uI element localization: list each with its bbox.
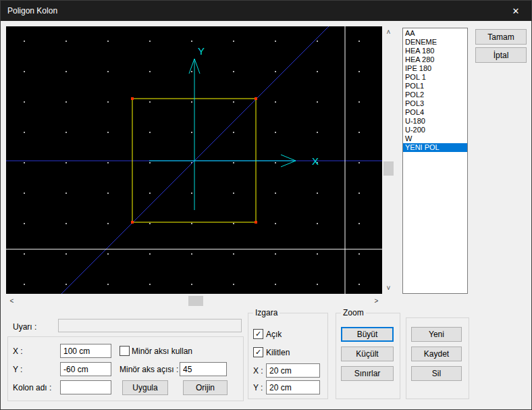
grid-open-checkbox[interactable] [253,329,263,339]
minor-axis-label: Minör aksı kullan [132,347,192,356]
minor-angle-label: Minör aks açısı : [119,365,178,374]
list-item[interactable]: YENI POL [403,143,467,152]
scroll-right-icon[interactable]: > [371,295,382,307]
apply-button[interactable]: Uygula [122,380,168,395]
x-axis-label: X [312,155,319,167]
y-label: Y : [13,365,22,374]
list-item[interactable]: W [403,134,467,143]
scroll-down-icon[interactable]: ˅ [383,282,394,294]
list-item[interactable]: POL3 [403,99,467,108]
cancel-button[interactable]: İptal [475,47,527,63]
close-icon: ✕ [512,6,520,16]
titlebar: Poligon Kolon ✕ [1,1,531,21]
vertical-scrollbar[interactable]: ˄ ˅ [383,26,394,294]
canvas-svg: Y X [6,26,382,294]
list-item[interactable]: HEA 180 [403,47,467,55]
section-listbox[interactable]: AADENEMEHEA 180HEA 280IPE 180POL 1POL1PO… [402,28,468,294]
minor-angle-input[interactable] [180,362,227,376]
list-item[interactable]: POL4 [403,108,467,117]
list-item[interactable]: POL2 [403,91,467,99]
grid-y-input[interactable] [266,380,320,394]
list-item[interactable]: POL 1 [403,73,467,82]
column-name-label: Kolon adı : [13,383,51,392]
grid-open-label: Açık [266,330,282,339]
polygon-column-dialog: Poligon Kolon ✕ [0,0,532,410]
list-item[interactable]: DENEME [403,38,467,47]
column-name-input[interactable] [60,380,111,394]
y-axis-label: Y [198,45,205,57]
zoom-extents-button[interactable]: Sınırlar [341,366,394,381]
new-button[interactable]: Yeni [411,327,462,342]
list-item[interactable]: AA [403,29,467,38]
grid-x-input[interactable] [266,363,320,378]
y-input[interactable] [60,362,111,376]
grid-lock-label: Kilitlen [266,348,290,357]
grid-y-label: Y : [253,383,263,392]
zoom-group-title: Zoom [341,308,366,317]
vertical-scroll-thumb[interactable] [383,161,394,176]
warning-label: Uyarı : [13,322,36,332]
zoom-out-button[interactable]: Küçült [341,347,394,361]
save-button[interactable]: Kaydet [411,347,462,361]
zoom-in-button[interactable]: Büyüt [341,327,394,342]
x-label: X : [13,347,23,356]
scroll-left-icon[interactable]: < [6,295,18,307]
horizontal-scroll-thumb[interactable] [188,296,203,306]
list-item[interactable]: POL1 [403,82,467,91]
warning-field [58,319,242,332]
horizontal-scrollbar[interactable]: < > [6,295,382,307]
ok-button[interactable]: Tamam [475,29,527,45]
list-item[interactable]: HEA 280 [403,55,467,64]
list-item[interactable]: IPE 180 [403,64,467,73]
grid-lock-checkbox[interactable] [253,347,263,357]
grid-group-title: Izgara [253,308,280,317]
close-button[interactable]: ✕ [500,1,531,21]
list-item[interactable]: U-200 [403,126,467,134]
grid-x-label: X : [253,366,263,376]
delete-button[interactable]: Sil [411,366,462,381]
scroll-up-icon[interactable]: ˄ [383,26,394,38]
origin-button[interactable]: Orijin [183,380,228,395]
window-title: Poligon Kolon [7,6,57,16]
drawing-canvas[interactable]: Y X [6,26,382,294]
list-item[interactable]: U-180 [403,117,467,126]
x-input[interactable] [60,344,111,358]
minor-axis-checkbox[interactable] [119,346,130,356]
